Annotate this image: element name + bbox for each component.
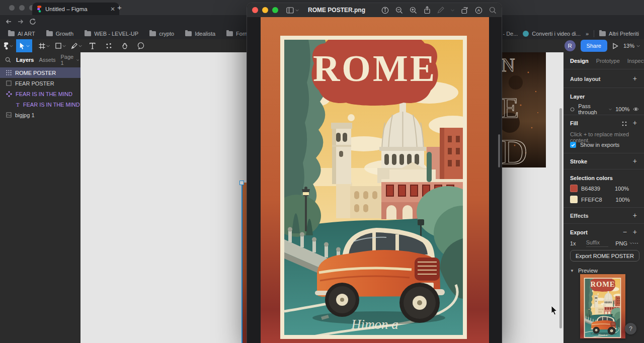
layer-row-fear-poster[interactable]: FEAR POSTER bbox=[0, 78, 80, 89]
checkbox-checked-icon[interactable] bbox=[570, 142, 576, 148]
tab-assets[interactable]: Assets bbox=[39, 57, 55, 63]
color-opacity[interactable]: 100% bbox=[616, 197, 630, 203]
sidebar-icon bbox=[286, 7, 294, 14]
hand-tool[interactable] bbox=[117, 39, 133, 52]
canvas-scrollbar[interactable] bbox=[559, 108, 562, 328]
info-icon[interactable] bbox=[381, 7, 389, 14]
remove-export-icon[interactable]: − bbox=[623, 229, 627, 234]
minimize-window-icon[interactable] bbox=[19, 5, 25, 11]
tab-inspect[interactable]: Inspect bbox=[627, 58, 644, 64]
color-swatch[interactable] bbox=[570, 185, 578, 192]
layer-label: ROME POSTER bbox=[15, 70, 56, 76]
color-swatch[interactable] bbox=[570, 196, 578, 203]
chevron-down-icon[interactable] bbox=[451, 9, 454, 12]
share-button[interactable]: Share bbox=[581, 40, 607, 52]
export-button[interactable]: Export ROME POSTER bbox=[570, 250, 639, 262]
fear-poster-canvas-fragment[interactable]: N E D bbox=[501, 52, 546, 167]
chevron-down-icon bbox=[295, 9, 299, 12]
color-hex[interactable]: B64839 bbox=[581, 186, 600, 192]
tab-prototype[interactable]: Prototype bbox=[596, 58, 620, 64]
color-opacity[interactable]: 100% bbox=[615, 186, 629, 192]
tab-design[interactable]: Design bbox=[570, 58, 589, 64]
add-effect-icon[interactable]: + bbox=[633, 213, 637, 218]
bookmark-item[interactable]: Growth bbox=[46, 31, 73, 37]
back-icon[interactable] bbox=[5, 18, 12, 25]
forward-icon[interactable] bbox=[17, 18, 24, 25]
blend-mode-icon[interactable] bbox=[570, 107, 575, 112]
user-avatar[interactable]: R bbox=[565, 40, 576, 51]
blend-mode-select[interactable]: Pass through bbox=[578, 103, 605, 115]
color-hex[interactable]: FFEFC8 bbox=[581, 197, 602, 203]
add-stroke-icon[interactable]: + bbox=[633, 158, 637, 163]
opacity-input[interactable]: 100% bbox=[615, 106, 629, 112]
close-window-icon[interactable] bbox=[252, 7, 258, 13]
main-menu-button[interactable] bbox=[0, 39, 16, 52]
add-fill-icon[interactable]: + bbox=[633, 120, 637, 125]
page-selector[interactable]: Page 1 bbox=[61, 54, 79, 66]
search-icon[interactable] bbox=[5, 57, 11, 63]
export-section-title: Export bbox=[570, 229, 588, 235]
fear-letter: E bbox=[501, 92, 519, 124]
bookmark-item[interactable]: Converti i video di... bbox=[523, 31, 581, 37]
export-options-icon[interactable]: ⋯ bbox=[633, 240, 639, 246]
text-tool[interactable] bbox=[85, 39, 101, 52]
selection-outline bbox=[242, 183, 243, 343]
minimize-window-icon[interactable] bbox=[262, 7, 268, 13]
add-auto-layout-icon[interactable]: + bbox=[633, 76, 637, 81]
eye-icon[interactable] bbox=[633, 107, 639, 112]
quicklook-window[interactable]: ROME POSTER.png A bbox=[247, 3, 502, 343]
annotate-icon[interactable]: A bbox=[475, 7, 482, 14]
quicklook-titlebar[interactable]: ROME POSTER.png A bbox=[247, 3, 502, 17]
zoom-out-icon[interactable] bbox=[395, 7, 403, 14]
reload-icon[interactable] bbox=[29, 18, 36, 25]
quicklook-scrollbar[interactable] bbox=[498, 134, 500, 167]
zoom-in-icon[interactable] bbox=[410, 7, 417, 14]
markup-pen-icon[interactable] bbox=[437, 7, 444, 14]
layer-row-bigjpg[interactable]: bigjpg 1 bbox=[0, 110, 80, 120]
bookmark-item[interactable]: Idealista bbox=[185, 31, 215, 37]
move-tool[interactable] bbox=[16, 39, 32, 52]
preview-title: Preview bbox=[578, 268, 598, 274]
styles-icon[interactable] bbox=[622, 121, 627, 126]
layer-row-component[interactable]: FEAR IS IN THE MIND bbox=[0, 89, 80, 99]
pen-tool[interactable] bbox=[68, 39, 85, 52]
bookmark-item[interactable]: - De... bbox=[503, 31, 518, 37]
bookmark-item[interactable]: crypto bbox=[149, 31, 174, 37]
bookmark-item[interactable]: WEB - LEVEL-UP bbox=[85, 31, 138, 37]
rome-poster-canvas-sliver[interactable] bbox=[243, 183, 247, 343]
pen-icon bbox=[71, 43, 77, 49]
layer-row-text[interactable]: T FEAR IS IN THE MIND bbox=[0, 99, 80, 110]
zoom-menu[interactable]: 13% bbox=[623, 43, 640, 49]
shape-tool[interactable] bbox=[52, 39, 68, 52]
layer-label: bigjpg 1 bbox=[15, 112, 35, 118]
layer-row-rome-poster[interactable]: ROME POSTER bbox=[0, 67, 80, 78]
export-suffix-input[interactable]: Suffix bbox=[586, 239, 609, 247]
export-scale[interactable]: 1x bbox=[570, 240, 576, 246]
bookmarks-folder-altri[interactable]: Altri Preferiti bbox=[599, 31, 639, 37]
sidebar-toggle[interactable] bbox=[286, 7, 299, 14]
selection-color-row[interactable]: B64839 100% bbox=[570, 185, 629, 192]
zoom-window-icon[interactable] bbox=[272, 7, 278, 13]
frame-tool[interactable] bbox=[36, 39, 52, 52]
tab-close-icon[interactable]: ✕ bbox=[110, 6, 115, 13]
bookmark-item[interactable]: AI ART bbox=[8, 31, 35, 37]
rotate-icon[interactable] bbox=[461, 7, 468, 14]
share-icon[interactable] bbox=[424, 6, 431, 14]
selection-color-row[interactable]: FFEFC8 100% bbox=[570, 196, 630, 203]
tab-layers[interactable]: Layers bbox=[16, 57, 34, 63]
help-button[interactable]: ? bbox=[625, 323, 636, 334]
preview-section-header[interactable]: ▼ Preview bbox=[570, 268, 598, 274]
selection-handle[interactable] bbox=[239, 181, 244, 185]
quicklook-toolbar-icons: A bbox=[381, 6, 497, 14]
new-tab-icon[interactable]: + bbox=[117, 3, 122, 12]
frame-layer-icon bbox=[6, 80, 12, 86]
search-icon[interactable] bbox=[489, 7, 497, 14]
resources-tool[interactable] bbox=[101, 39, 117, 52]
comment-tool[interactable] bbox=[133, 39, 149, 52]
add-export-icon[interactable]: + bbox=[633, 229, 637, 234]
close-window-icon[interactable] bbox=[9, 5, 15, 11]
browser-tab[interactable]: Untitled – Figma ✕ bbox=[32, 3, 119, 15]
bookmarks-overflow-icon[interactable]: » bbox=[586, 31, 589, 37]
export-format-select[interactable]: PNG bbox=[615, 240, 633, 246]
present-icon[interactable] bbox=[612, 43, 618, 49]
